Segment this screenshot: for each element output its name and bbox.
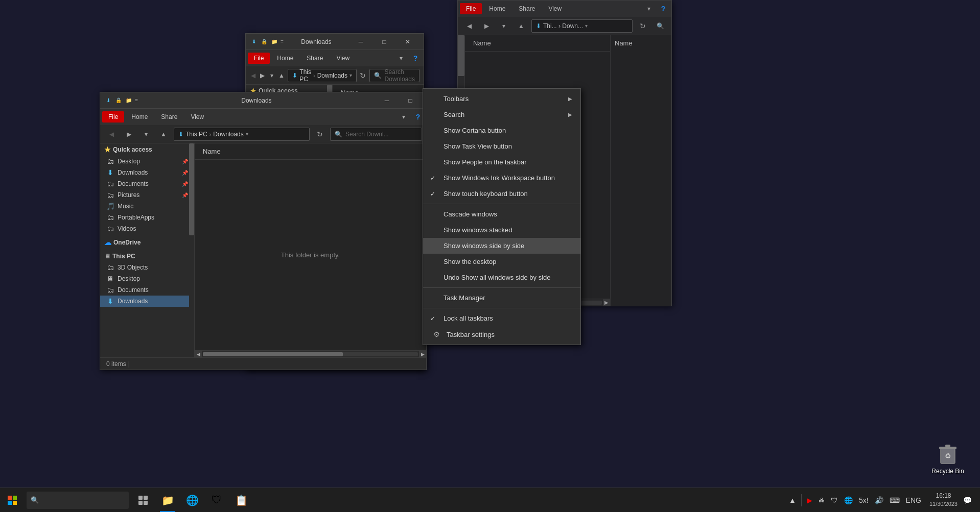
ctx-toolbars[interactable]: Toolbars ▶ bbox=[423, 91, 580, 107]
ctx-cascade[interactable]: Cascade windows bbox=[423, 206, 580, 222]
ctx-lock[interactable]: ✓ Lock all taskbars bbox=[423, 310, 580, 326]
tray-icon-2[interactable]: 🖧 bbox=[816, 497, 827, 504]
ctx-search[interactable]: Search ▶ bbox=[423, 107, 580, 123]
tab-file-front[interactable]: File bbox=[102, 111, 124, 123]
tab-view-back[interactable]: View bbox=[542, 3, 568, 14]
tab-share-mid[interactable]: Share bbox=[300, 53, 329, 64]
ctx-taskview[interactable]: Show Task View button bbox=[423, 138, 580, 154]
recycle-bin-desktop-icon[interactable]: ♻ Recycle Bin bbox=[925, 437, 971, 479]
youtube-icon[interactable]: ▶ bbox=[805, 496, 814, 504]
nav-forward-front[interactable]: ▶ bbox=[122, 127, 136, 141]
ribbon-help-back[interactable]: ? bbox=[657, 3, 669, 15]
tab-share-front[interactable]: Share bbox=[155, 111, 183, 123]
tab-file-mid[interactable]: File bbox=[248, 53, 270, 64]
sidebar-downloads-front[interactable]: ⬇ Downloads 📌 bbox=[100, 167, 194, 178]
address-field-mid[interactable]: ⬇ This PC › Downloads ▾ bbox=[288, 69, 357, 82]
search-box-mid[interactable]: 🔍 Search Downloads bbox=[369, 69, 419, 82]
notification-center[interactable]: 💬 bbox=[964, 488, 971, 513]
nav-back-mid[interactable]: ◀ bbox=[250, 68, 256, 83]
title-downloads-front: Downloads bbox=[241, 97, 271, 104]
tab-share-back[interactable]: Share bbox=[512, 3, 541, 14]
hscroll-right-front[interactable]: ▶ bbox=[419, 351, 426, 358]
nav-up-front[interactable]: ▲ bbox=[156, 127, 171, 141]
nav-forward-back[interactable]: ▶ bbox=[479, 19, 494, 33]
taskbar-search[interactable]: 🔍 bbox=[27, 492, 129, 509]
ribbon-help-mid[interactable]: ? bbox=[409, 52, 422, 64]
tab-home-back[interactable]: Home bbox=[483, 3, 511, 14]
ctx-undo[interactable]: Undo Show all windows side by side bbox=[423, 270, 580, 285]
ribbon-chevron-mid[interactable]: ▾ bbox=[395, 52, 407, 64]
tab-home-mid[interactable]: Home bbox=[271, 53, 299, 64]
sidebar-downloads2-front[interactable]: ⬇ Downloads bbox=[100, 296, 194, 307]
sidebar-documents2-front[interactable]: 🗂 Documents bbox=[100, 284, 194, 296]
refresh-front[interactable]: ↻ bbox=[313, 127, 327, 141]
nav-back-front[interactable]: ◀ bbox=[104, 127, 119, 141]
nav-recent-back[interactable]: ▾ bbox=[497, 19, 511, 33]
ctx-taskmanager[interactable]: Task Manager bbox=[423, 290, 580, 306]
sidebar-pictures-front[interactable]: 🗂 Pictures 📌 bbox=[100, 189, 194, 201]
system-clock[interactable]: 16:18 11/30/2023 bbox=[925, 492, 962, 508]
sidebar-documents-front[interactable]: 🗂 Documents 📌 bbox=[100, 178, 194, 189]
taskbar-app-edge[interactable]: 🌐 bbox=[180, 488, 204, 513]
content-front: ★ Quick access 🗂 Desktop 📌 ⬇ Downloads 📌… bbox=[100, 143, 426, 357]
nav-forward-mid[interactable]: ▶ bbox=[260, 68, 266, 83]
maximize-btn-front[interactable]: □ bbox=[399, 92, 422, 109]
tray-icon-3[interactable]: 🛡 bbox=[829, 496, 840, 504]
close-btn-mid[interactable]: ✕ bbox=[396, 34, 419, 50]
taskbar-app-4[interactable]: 📋 bbox=[229, 488, 253, 513]
tray-arrow[interactable]: ▲ bbox=[787, 496, 798, 504]
tab-file-back[interactable]: File bbox=[460, 3, 482, 14]
show-desktop-button[interactable] bbox=[973, 488, 976, 513]
minimize-btn-mid[interactable]: ─ bbox=[349, 34, 372, 50]
sidebar-3dobjects-front[interactable]: 🗂 3D Objects bbox=[100, 262, 194, 273]
taskbar-app-fileexplorer[interactable]: 📁 bbox=[155, 488, 180, 513]
ribbon-chevron-front[interactable]: ▾ bbox=[398, 111, 410, 123]
ctx-touchkb[interactable]: ✓ Show touch keyboard button bbox=[423, 186, 580, 202]
search-box-front[interactable]: 🔍 Search Downl... bbox=[330, 128, 422, 141]
ribbon-chevron-back[interactable]: ▾ bbox=[643, 3, 655, 15]
maximize-btn-mid[interactable]: □ bbox=[372, 34, 396, 50]
hscroll-right-back[interactable]: ▶ bbox=[603, 299, 610, 306]
ctx-stacked[interactable]: Show windows stacked bbox=[423, 222, 580, 238]
tray-icon-5[interactable]: 5x! bbox=[857, 496, 871, 504]
address-dropdown-back[interactable]: ▾ bbox=[585, 23, 588, 29]
sidebar-videos-front[interactable]: 🗂 Videos bbox=[100, 223, 194, 234]
tab-view-mid[interactable]: View bbox=[330, 53, 356, 64]
taskview-button[interactable] bbox=[131, 488, 155, 513]
ctx-sidebyside[interactable]: Show windows side by side bbox=[423, 238, 580, 254]
nav-recent-mid[interactable]: ▾ bbox=[269, 68, 275, 83]
hscroll-left-front[interactable]: ◀ bbox=[195, 351, 202, 358]
ctx-taskbarsettings[interactable]: ⚙ Taskbar settings bbox=[423, 326, 580, 343]
address-dropdown-front[interactable]: ▾ bbox=[246, 131, 248, 137]
ctx-people[interactable]: Show People on the taskbar bbox=[423, 154, 580, 170]
sidebar-music-front[interactable]: 🎵 Music bbox=[100, 201, 194, 212]
sidebar-desktop2-front[interactable]: 🖥 Desktop bbox=[100, 273, 194, 284]
nav-recent-front[interactable]: ▾ bbox=[139, 127, 153, 141]
tab-home-front[interactable]: Home bbox=[125, 111, 154, 123]
lang-icon[interactable]: ENG bbox=[904, 496, 923, 504]
sidebar-portableapps-front[interactable]: 🗂 PortableApps bbox=[100, 212, 194, 223]
refresh-back[interactable]: ↻ bbox=[636, 19, 650, 33]
title-sep-mid: = bbox=[281, 39, 284, 44]
address-field-front[interactable]: ⬇ This PC › Downloads ▾ bbox=[174, 128, 310, 141]
ctx-showdesktop[interactable]: Show the desktop bbox=[423, 254, 580, 270]
tray-icon-4[interactable]: 🌐 bbox=[842, 496, 855, 504]
sidebar-desktop-front[interactable]: 🗂 Desktop 📌 bbox=[100, 156, 194, 167]
address-dropdown-mid[interactable]: ▾ bbox=[349, 72, 352, 78]
sidebar-vscroll-front[interactable] bbox=[189, 143, 194, 357]
main-header-front: Name bbox=[195, 143, 426, 160]
nav-up-back[interactable]: ▲ bbox=[514, 19, 528, 33]
search-icon-back[interactable]: 🔍 bbox=[653, 19, 667, 33]
taskbar-app-3[interactable]: 🛡 bbox=[204, 488, 229, 513]
keyboard-icon[interactable]: ⌨ bbox=[888, 496, 902, 504]
address-field-back[interactable]: ⬇ Thi... › Down... ▾ bbox=[531, 19, 633, 33]
nav-up-mid[interactable]: ▲ bbox=[278, 68, 285, 83]
refresh-mid[interactable]: ↻ bbox=[360, 68, 366, 83]
tab-view-front[interactable]: View bbox=[184, 111, 210, 123]
ctx-ink[interactable]: ✓ Show Windows Ink Workspace button bbox=[423, 170, 580, 186]
nav-back-back[interactable]: ◀ bbox=[462, 19, 476, 33]
ctx-cortana[interactable]: Show Cortana button bbox=[423, 123, 580, 138]
volume-icon[interactable]: 🔊 bbox=[873, 496, 885, 504]
minimize-btn-front[interactable]: ─ bbox=[375, 92, 399, 109]
start-button[interactable] bbox=[0, 488, 25, 513]
